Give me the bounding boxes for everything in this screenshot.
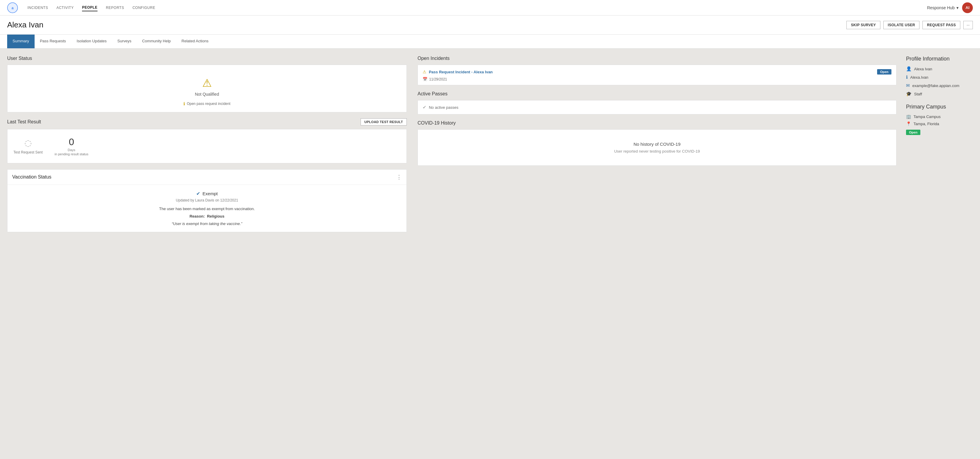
center-column: Open Incidents ⚠ Pass Request Incident -… [413,56,901,232]
nav-people[interactable]: PEOPLE [82,4,97,11]
nav-reports[interactable]: REPORTS [106,5,124,11]
active-passes-title: Active Passes [418,91,896,97]
app-switcher[interactable]: Response Hub ▾ [927,5,959,10]
covid-empty-title: No history of COVID-19 [633,141,681,147]
incident-warning-icon: ⚠ [423,70,426,74]
right-column: Profile Information 👤 Alexa Ivan ℹ Alexa… [901,56,973,232]
vaccination-header: Vaccination Status ⋮ [7,169,407,184]
test-sent-label: Test Request Sent [13,150,43,154]
reason-label: Reason: [189,214,205,219]
more-actions-button[interactable]: ··· [963,21,973,29]
open-incidents-title: Open Incidents [418,56,896,61]
incident-date-value: 11/29/2021 [429,77,447,81]
skip-survey-button[interactable]: SKIP SURVEY [846,21,880,29]
avatar[interactable]: AI [962,2,973,13]
nav-right: Response Hub ▾ AI [927,2,973,13]
exempt-label: Exempt [202,191,218,196]
vaccination-status-title: Vaccination Status [12,175,51,180]
days-info: 0 Days in pending result status [54,137,88,156]
warning-icon: ⚠ [202,77,212,89]
no-active-passes: ✔ No active passes [418,100,896,114]
days-sub: in pending result status [54,152,88,156]
header-actions: SKIP SURVEY ISOLATE USER REQUEST PASS ··… [846,21,973,29]
tab-summary[interactable]: Summary [7,35,35,48]
spinner-icon: ◌ [24,138,32,148]
primary-campus-section: Primary Campus 🏢 Tampa Campus 📍 Tampa, F… [906,104,973,135]
isolate-user-button[interactable]: ISOLATE USER [883,21,920,29]
no-active-label: No active passes [429,105,458,110]
exempt-status: ✔ Exempt [13,191,401,197]
campus-location-item: 📍 Tampa, Florida [906,121,973,126]
location-icon: 📍 [906,121,911,126]
exempt-description: The user has been marked as exempt from … [13,206,401,211]
profile-role-item: 🎓 Staff [906,91,973,97]
profile-name-item: 👤 Alexa Ivan [906,66,973,71]
last-test-result-title: Last Test Result [7,119,41,125]
test-result-card: ◌ Test Request Sent 0 Days in pending re… [7,129,407,164]
incident-title-row: ⚠ Pass Request Incident - Alexa Ivan [423,70,493,74]
profile-name: Alexa Ivan [914,67,932,71]
profile-email-item: ✉ example@fake.appian.com [906,83,973,88]
avatar-initials: AI [966,5,970,10]
incident-card: ⚠ Pass Request Incident - Alexa Ivan Ope… [418,65,896,85]
dropdown-icon: ▾ [956,5,959,10]
primary-campus-title: Primary Campus [906,104,973,110]
incident-open-badge: Open [877,69,891,75]
profile-section: Profile Information 👤 Alexa Ivan ℹ Alexa… [906,56,973,97]
exempt-icon: ✔ [196,191,200,197]
svg-text:a: a [12,6,14,10]
covid-history-card: No history of COVID-19 User reported nev… [418,129,896,166]
incident-row: ⚠ Pass Request Incident - Alexa Ivan Ope… [418,65,896,77]
profile-email: example@fake.appian.com [912,83,959,88]
note-icon: ℹ [183,101,185,106]
nav-left: a INCIDENTS ACTIVITY PEOPLE REPORTS CONF… [7,2,155,13]
nav-configure[interactable]: CONFIGURE [132,5,155,11]
user-status-title: User Status [7,56,407,61]
tab-isolation-updates[interactable]: Isolation Updates [71,35,112,48]
active-passes-card: ✔ No active passes [418,100,896,114]
exempt-reason: Reason: Religious [13,214,401,219]
person-icon: 👤 [906,66,912,71]
check-circle-icon: ✔ [423,105,426,110]
exempt-quote: “User is exempt from taking the vaccine.… [13,221,401,226]
request-pass-button[interactable]: REQUEST PASS [923,21,960,29]
tab-community-help[interactable]: Community Help [137,35,176,48]
calendar-icon: 📅 [423,77,427,81]
vaccination-more-icon[interactable]: ⋮ [396,174,402,180]
covid-empty: No history of COVID-19 User reported nev… [418,130,896,165]
main-content: User Status ⚠ Not Qualified ℹ Open pass … [0,49,980,239]
status-label: Not Qualified [195,92,219,97]
covid-history-title: COVID-19 History [418,121,896,126]
info-icon: ℹ [906,75,908,80]
reason-value: Religious [207,214,224,219]
campus-name-item: 🏢 Tampa Campus [906,114,973,119]
tab-pass-requests[interactable]: Pass Requests [35,35,71,48]
test-result-header: Last Test Result UPLOAD TEST RESULT [7,118,407,125]
test-sent-section: ◌ Test Request Sent [13,138,43,154]
updated-by: Updated by Laura Davis on 12/22/2021 [13,198,401,202]
tabs-bar: Summary Pass Requests Isolation Updates … [0,35,980,49]
profile-title: Profile Information [906,56,973,62]
page-title: Alexa Ivan [7,20,43,30]
incident-date: 📅 11/29/2021 [418,77,896,85]
vaccination-body: ✔ Exempt Updated by Laura Davis on 12/22… [7,184,407,232]
campus-name[interactable]: Tampa Campus [913,114,941,119]
nav-activity[interactable]: ACTIVITY [56,5,74,11]
upload-test-result-button[interactable]: UPLOAD TEST RESULT [361,118,407,125]
role-icon: 🎓 [906,91,912,97]
incident-name[interactable]: Pass Request Incident - Alexa Ivan [429,70,493,74]
nav-incidents[interactable]: INCIDENTS [27,5,48,11]
profile-username-item: ℹ Alexa.Ivan [906,75,973,80]
appian-logo[interactable]: a [7,2,18,13]
status-note-text: Open pass request incident [187,102,230,106]
tab-surveys[interactable]: Surveys [112,35,137,48]
days-label: Days [68,148,75,152]
campus-location: Tampa, Florida [913,122,939,126]
campus-status-badge: Open [906,130,920,135]
top-navigation: a INCIDENTS ACTIVITY PEOPLE REPORTS CONF… [0,0,980,16]
tab-related-actions[interactable]: Related Actions [176,35,214,48]
nav-links: INCIDENTS ACTIVITY PEOPLE REPORTS CONFIG… [27,4,155,11]
building-icon: 🏢 [906,114,911,119]
page-header: Alexa Ivan SKIP SURVEY ISOLATE USER REQU… [0,16,980,35]
days-count: 0 [69,137,74,148]
